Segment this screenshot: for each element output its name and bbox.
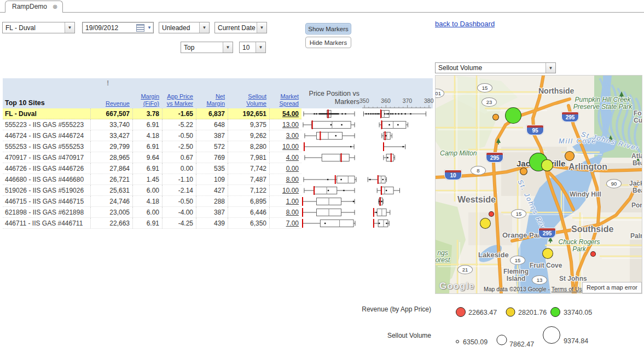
cell-market-spread[interactable]: 10.00 xyxy=(269,185,301,196)
date-input[interactable]: 19/09/2012 ▼ xyxy=(82,22,154,33)
product-select[interactable]: Unleaded ▼ xyxy=(159,22,210,33)
chevron-down-icon[interactable]: ▼ xyxy=(199,22,209,33)
site-marker[interactable] xyxy=(492,114,499,120)
route-shield: 90 xyxy=(606,179,622,188)
chevron-down-icon[interactable]: ▼ xyxy=(65,22,74,33)
site-marker[interactable] xyxy=(541,159,553,171)
cell-market-spread[interactable]: 10.00 xyxy=(269,141,301,152)
cell-net-margin: 648 xyxy=(196,119,228,130)
top-sites-table: ! Top 10 Sites RevenueMargin(FiFo)App Pr… xyxy=(3,78,433,229)
site-marker[interactable] xyxy=(505,107,521,124)
map-attribution: Map data ©2013 Google - Terms of Use xyxy=(484,286,585,292)
column-header-app-price[interactable]: App Pricevs Marker xyxy=(162,93,193,107)
boxplot-left xyxy=(301,152,359,163)
cell-sellout-volume: 6,350 xyxy=(228,218,269,229)
cell-market-spread[interactable]: 7.00 xyxy=(269,218,301,229)
cell-market-spread[interactable]: 13.00 xyxy=(269,119,301,130)
table-row[interactable]: 519026 - IIS GAS #51902625,6316.00-2.144… xyxy=(3,185,433,196)
alert-icon: ! xyxy=(107,79,109,87)
column-header-revenue[interactable]: Revenue xyxy=(90,100,130,107)
rank-mode-value: Top xyxy=(181,44,223,51)
cell-net-margin: 439 xyxy=(196,218,228,229)
site-marker[interactable] xyxy=(489,211,494,217)
map-panel[interactable]: NorthsideJacksonvilleArlingtonWindy Hill… xyxy=(435,75,642,294)
boxplot-right xyxy=(359,185,433,196)
cell-app-price: -4.00 xyxy=(162,207,196,218)
table-row[interactable]: 555253 - IIS GAS #55525329,7996.91-2.505… xyxy=(3,141,433,152)
map-label-fragment: Palm xyxy=(630,232,642,240)
cell-market-spread[interactable]: 1.00 xyxy=(269,196,301,207)
chevron-down-icon[interactable]: ▼ xyxy=(546,63,555,73)
tab-close-icon[interactable]: ⊗ xyxy=(53,3,57,10)
cell-market-spread[interactable]: 3.00 xyxy=(269,130,301,141)
legend-sellout-circle xyxy=(456,340,459,343)
summary-row[interactable]: FL - Duval667,5073.78-1.656,837192,65154… xyxy=(3,108,433,119)
table-row[interactable]: 470917 - IIS GAS #47091728,9659.640.6776… xyxy=(3,152,433,163)
rank-n-select[interactable]: 10 ▼ xyxy=(239,42,266,53)
column-header-sellout[interactable]: SelloutVolume xyxy=(228,93,266,107)
boxplot-left xyxy=(301,163,359,174)
show-markers-button[interactable]: Show Markers xyxy=(305,23,351,34)
cell-sellout-volume: 6,895 xyxy=(228,196,269,207)
site-marker[interactable] xyxy=(520,168,527,175)
site-marker[interactable] xyxy=(565,151,575,161)
hide-markers-button[interactable]: Hide Markers xyxy=(305,37,351,48)
cell-market-spread[interactable]: 8.00 xyxy=(269,174,301,185)
table-row[interactable]: 555223 - IIS GAS #55522333,7406.91-5.226… xyxy=(3,119,433,130)
chevron-down-icon[interactable]: ▼ xyxy=(223,42,233,53)
cell-market-spread[interactable]: 0.00 xyxy=(269,163,301,174)
interstate-shield: 295 xyxy=(486,152,503,163)
cell-net-margin: 288 xyxy=(196,196,228,207)
map-label-fragment: Bea xyxy=(633,187,642,194)
map-label-town: Arlington xyxy=(568,162,607,172)
terms-of-use-link[interactable]: Terms of Use xyxy=(552,286,585,292)
date-mode-select[interactable]: Current Date ▼ xyxy=(214,22,267,33)
table-row[interactable]: 446680 - IIS GAS #44668026,7211.45-1.101… xyxy=(3,174,433,185)
boxplot-right xyxy=(359,196,433,207)
tab-rampdemo[interactable]: RampDemo⊗ xyxy=(5,1,63,13)
cell-revenue: 29,799 xyxy=(90,141,132,152)
site-marker[interactable] xyxy=(542,248,553,259)
boxplot-left xyxy=(301,141,359,152)
cell-revenue: 22,663 xyxy=(90,218,132,229)
boxplot-right xyxy=(359,130,433,141)
calendar-icon[interactable] xyxy=(136,24,144,32)
chevron-down-icon[interactable]: ▼ xyxy=(256,42,265,53)
legend-sellout-label: Sellout Volume xyxy=(361,332,431,339)
map-metric-select[interactable]: Sellout Volume ▼ xyxy=(435,62,556,73)
table-row[interactable]: 446726 - IIS GAS #44672627,8646.910.0053… xyxy=(3,163,433,174)
legend-sellout-circle xyxy=(497,335,507,345)
cell-market-spread[interactable]: 8.00 xyxy=(269,207,301,218)
legend-revenue-circle xyxy=(456,307,466,317)
route-shield: 21 xyxy=(457,265,473,274)
cell-market-spread[interactable]: 54.00 xyxy=(269,108,301,119)
region-select[interactable]: FL - Duval ▼ xyxy=(2,22,75,33)
table-row[interactable]: 446711 - IIS GAS #44671122,6636.91-4.254… xyxy=(3,218,433,229)
route-shield: 15 xyxy=(477,83,492,93)
cell-app-price: -5.22 xyxy=(162,119,196,130)
cell-site-label: 446726 - IIS GAS #446726 xyxy=(3,163,90,174)
table-row[interactable]: 446715 - IIS GAS #44671524,7464.18-0.502… xyxy=(3,196,433,207)
back-to-dashboard-link[interactable]: back to Dashboard xyxy=(435,20,495,28)
rank-mode-select[interactable]: Top ▼ xyxy=(181,42,233,53)
axis-tick-label: 350 xyxy=(359,97,369,104)
cell-sellout-volume: 9,375 xyxy=(228,119,269,130)
chevron-down-icon[interactable]: ▼ xyxy=(147,25,152,30)
cell-market-spread[interactable]: 4.00 xyxy=(269,152,301,163)
cell-revenue: 27,864 xyxy=(90,163,132,174)
column-header-margin[interactable]: Margin(FiFo) xyxy=(132,93,159,107)
chevron-down-icon[interactable]: ▼ xyxy=(257,22,266,33)
site-marker[interactable] xyxy=(480,218,491,229)
cell-net-margin: 572 xyxy=(196,141,228,152)
report-map-error-button[interactable]: Report a map error xyxy=(582,282,642,293)
site-marker[interactable] xyxy=(590,251,596,257)
legend-value: 22663.47 xyxy=(468,309,497,316)
cell-margin-fifo: 1.45 xyxy=(132,174,162,185)
legend-revenue-label: Revenue (by App Price) xyxy=(361,305,431,313)
tab-bar: RampDemo⊗ xyxy=(0,0,644,13)
table-row[interactable]: 621898 - IIS GAS #62189823,0056.00-4.003… xyxy=(3,207,433,218)
column-header-net[interactable]: NetMargin xyxy=(196,93,225,107)
table-row[interactable]: 446724 - IIS GAS #44672433,4274.18-0.503… xyxy=(3,130,433,141)
boxplot-right xyxy=(359,152,433,163)
axis-tick-label: 380 xyxy=(424,97,434,104)
